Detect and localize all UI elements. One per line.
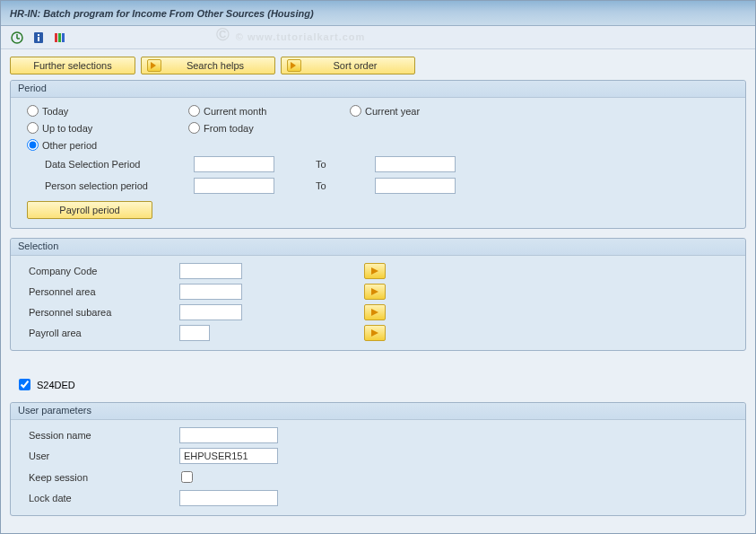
company-code-multi-button[interactable] — [364, 263, 386, 279]
radio-other-period[interactable]: Other period — [27, 139, 188, 151]
payroll-area-label: Payroll area — [29, 328, 172, 338]
user-label: User — [29, 451, 172, 461]
person-selection-from-input[interactable] — [194, 178, 274, 194]
selection-panel-header: Selection — [11, 239, 745, 256]
title-bar: HR-IN: Batch program for Income From Oth… — [1, 1, 755, 26]
selection-panel: Selection Company Code Personnel area Pe… — [10, 238, 746, 351]
session-name-input[interactable] — [179, 427, 278, 443]
toolbar — [1, 26, 755, 49]
person-selection-row: Person selection period To — [45, 178, 736, 194]
company-code-input[interactable] — [179, 263, 242, 279]
personnel-area-label: Personnel area — [29, 286, 172, 297]
lock-date-input[interactable] — [179, 490, 278, 506]
further-selections-button[interactable]: Further selections — [10, 57, 135, 74]
payroll-period-label: Payroll period — [59, 205, 119, 215]
personnel-area-multi-button[interactable] — [364, 284, 386, 300]
action-button-row: Further selections Search helps Sort ord… — [10, 57, 746, 74]
radio-current-year[interactable]: Current year — [350, 105, 511, 117]
svg-rect-4 — [55, 33, 57, 42]
keep-session-checkbox[interactable] — [181, 471, 193, 483]
radio-from-today[interactable]: From today — [188, 122, 350, 134]
radio-today[interactable]: Today — [27, 105, 188, 117]
period-radio-grid: Today Current month Current year Up to t… — [27, 105, 736, 151]
personnel-subarea-input[interactable] — [179, 304, 242, 320]
payroll-area-input[interactable] — [179, 325, 210, 341]
payroll-area-row: Payroll area — [20, 325, 736, 341]
keep-session-row: Keep session — [20, 468, 736, 486]
app-window: HR-IN: Batch program for Income From Oth… — [0, 0, 756, 534]
page-title: HR-IN: Batch program for Income From Oth… — [10, 8, 314, 19]
s24ded-row: S24DED — [15, 376, 746, 393]
svg-rect-3 — [38, 37, 39, 41]
search-helps-button[interactable]: Search helps — [141, 57, 275, 74]
svg-rect-6 — [62, 33, 65, 42]
palette-icon[interactable] — [53, 31, 67, 45]
personnel-subarea-label: Personnel subarea — [29, 307, 172, 318]
s24ded-checkbox[interactable] — [19, 379, 30, 390]
payroll-period-button[interactable]: Payroll period — [27, 201, 152, 219]
search-helps-label: Search helps — [187, 60, 244, 71]
personnel-subarea-row: Personnel subarea — [20, 304, 736, 320]
user-parameters-panel: User parameters Session name User Keep s… — [10, 402, 746, 516]
user-row: User — [20, 448, 736, 464]
personnel-area-row: Personnel area — [20, 284, 736, 300]
person-selection-label: Person selection period — [45, 180, 188, 191]
keep-session-label: Keep session — [29, 472, 172, 483]
radio-up-to-today[interactable]: Up to today — [27, 122, 188, 134]
data-selection-to-input[interactable] — [375, 156, 456, 172]
data-selection-from-input[interactable] — [194, 156, 274, 172]
session-name-row: Session name — [20, 427, 736, 443]
period-panel-header: Period — [11, 81, 745, 98]
svg-rect-2 — [38, 34, 39, 36]
info-icon[interactable] — [31, 31, 46, 45]
personnel-area-input[interactable] — [179, 284, 242, 300]
session-name-label: Session name — [29, 430, 172, 441]
to-label-1: To — [280, 159, 369, 170]
personnel-subarea-multi-button[interactable] — [364, 304, 386, 320]
company-code-label: Company Code — [29, 266, 172, 276]
content-area: Further selections Search helps Sort ord… — [1, 49, 755, 532]
period-panel: Period Today Current month Current year … — [10, 80, 746, 229]
s24ded-label: S24DED — [37, 380, 75, 390]
person-selection-to-input[interactable] — [375, 178, 456, 194]
svg-rect-5 — [58, 33, 61, 42]
radio-current-month[interactable]: Current month — [188, 105, 350, 117]
execute-icon[interactable] — [10, 31, 24, 45]
company-code-row: Company Code — [20, 263, 736, 279]
further-selections-label: Further selections — [33, 60, 111, 71]
user-parameters-header: User parameters — [11, 403, 745, 420]
data-selection-row: Data Selection Period To — [45, 156, 736, 172]
user-input[interactable] — [179, 448, 278, 464]
data-selection-label: Data Selection Period — [45, 159, 188, 170]
payroll-area-multi-button[interactable] — [364, 325, 386, 341]
lock-date-row: Lock date — [20, 490, 736, 506]
sort-order-button[interactable]: Sort order — [281, 57, 415, 74]
sort-order-label: Sort order — [334, 60, 378, 71]
to-label-2: To — [280, 180, 369, 191]
lock-date-label: Lock date — [29, 493, 172, 503]
